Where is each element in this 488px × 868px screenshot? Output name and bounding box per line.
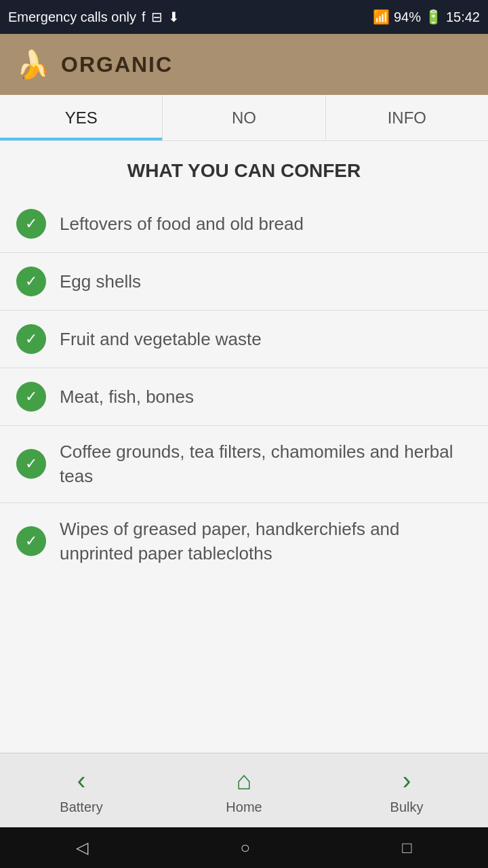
check-icon-3: ✓ [16, 324, 46, 354]
nav-battery[interactable]: ‹ Battery [0, 753, 163, 827]
tab-info[interactable]: INFO [326, 95, 488, 140]
signal-icon: 📶 [373, 9, 390, 25]
check-icon-2: ✓ [16, 267, 46, 296]
clock: 15:42 [446, 9, 480, 25]
item-text-3: Fruit and vegetable waste [60, 327, 262, 351]
list-item: ✓ Egg shells [0, 253, 488, 311]
tab-yes[interactable]: YES [0, 95, 163, 140]
app-header: 🍌 ORGANIC [0, 34, 488, 95]
camera-icon: ⊟ [151, 9, 163, 25]
bottom-nav: ‹ Battery ⌂ Home › Bulky [0, 753, 488, 827]
item-text-4: Meat, fish, bones [60, 384, 194, 409]
nav-home[interactable]: ⌂ Home [163, 753, 325, 827]
list-item: ✓ Leftovers of food and old bread [0, 195, 488, 253]
home-icon: ⌂ [237, 766, 252, 795]
battery-icon: 🔋 [425, 9, 442, 25]
list-item: ✓ Wipes of greased paper, handkerchiefs … [0, 503, 488, 580]
check-icon-6: ✓ [16, 526, 46, 556]
check-icon-1: ✓ [16, 209, 46, 239]
back-arrow-icon: ‹ [77, 766, 86, 795]
back-system-button[interactable]: ◁ [76, 838, 88, 857]
facebook-icon: f [142, 9, 146, 25]
tab-no[interactable]: NO [163, 95, 325, 140]
emergency-text: Emergency calls only [8, 9, 136, 25]
item-text-5: Coffee grounds, tea filters, chamomiles … [60, 439, 472, 489]
recent-system-button[interactable]: □ [402, 838, 412, 857]
status-right: 📶 94% 🔋 15:42 [373, 9, 480, 25]
check-icon-4: ✓ [16, 382, 46, 412]
app-title: ORGANIC [61, 52, 173, 77]
check-icon-5: ✓ [16, 449, 46, 479]
status-left: Emergency calls only f ⊟ ⬇ [8, 9, 180, 25]
list-item: ✓ Meat, fish, bones [0, 368, 488, 426]
home-system-button[interactable]: ○ [240, 838, 250, 857]
status-bar: Emergency calls only f ⊟ ⬇ 📶 94% 🔋 15:42 [0, 0, 488, 34]
item-text-6: Wipes of greased paper, handkerchiefs an… [60, 517, 472, 566]
download-icon: ⬇ [168, 9, 180, 25]
forward-arrow-icon: › [403, 766, 411, 795]
item-text-2: Egg shells [60, 269, 141, 294]
main-content: WHAT YOU CAN CONFER ✓ Leftovers of food … [0, 141, 488, 753]
section-title: WHAT YOU CAN CONFER [0, 141, 488, 195]
home-nav-label: Home [226, 800, 262, 815]
app-logo-icon: 🍌 [16, 49, 50, 81]
list-item: ✓ Coffee grounds, tea filters, chamomile… [0, 426, 488, 503]
tab-bar: YES NO INFO [0, 95, 488, 141]
item-text-1: Leftovers of food and old bread [60, 212, 304, 236]
list-item: ✓ Fruit and vegetable waste [0, 311, 488, 368]
battery-nav-label: Battery [60, 800, 102, 815]
battery-text: 94% [394, 9, 421, 25]
system-nav-bar: ◁ ○ □ [0, 827, 488, 868]
bulky-nav-label: Bulky [390, 800, 424, 815]
nav-bulky[interactable]: › Bulky [325, 753, 488, 827]
